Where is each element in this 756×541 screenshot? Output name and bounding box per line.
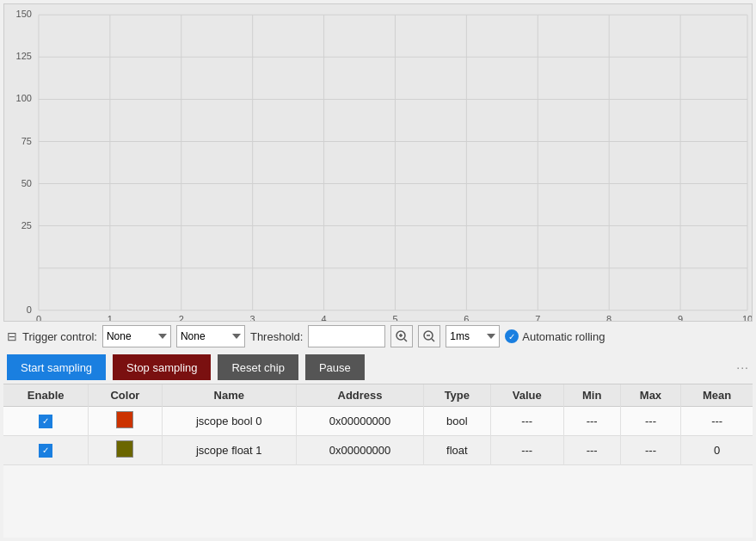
row-checkbox[interactable]: ✓ [39,444,52,458]
chart-area: 150 125 100 75 50 25 0 0 1 2 3 4 5 6 7 8… [3,3,753,322]
mean-cell: 0 [681,436,753,465]
zoom-out-button[interactable] [418,325,440,347]
mean-cell: --- [681,407,753,436]
color-cell [89,436,162,465]
svg-text:9: 9 [678,314,683,321]
svg-line-44 [432,339,434,341]
enable-cell[interactable]: ✓ [3,407,89,436]
value-cell: --- [490,436,563,465]
table-row: ✓jscope bool 00x00000000bool------------ [3,407,753,436]
name-cell: jscope float 1 [162,436,297,465]
col-mean: Mean [681,384,753,407]
svg-text:2: 2 [179,314,184,321]
signal-table: Enable Color Name Address Type Value Min… [3,384,753,465]
auto-rolling-container: ✓ Automatic rolling [505,329,605,343]
chart-svg: 150 125 100 75 50 25 0 0 1 2 3 4 5 6 7 8… [4,4,752,321]
svg-text:100: 100 [16,93,32,103]
max-cell: --- [620,407,681,436]
min-cell: --- [563,407,620,436]
pause-button[interactable]: Pause [305,354,365,380]
table-row: ✓jscope float 10x00000000float---------0 [3,436,753,465]
col-type: Type [424,384,491,407]
name-cell: jscope bool 0 [162,407,297,436]
col-value: Value [490,384,563,407]
trigger-icon: ⊟ [7,329,17,343]
zoom-in-button[interactable] [390,325,413,347]
start-sampling-button[interactable]: Start sampling [7,354,106,380]
type-cell: float [424,436,491,465]
col-address: Address [297,384,424,407]
threshold-label: Threshold: [250,330,303,343]
svg-text:4: 4 [322,314,327,321]
svg-text:50: 50 [22,177,32,188]
trigger-mode-select[interactable]: None [102,325,171,347]
address-cell: 0x00000000 [297,436,424,465]
svg-text:7: 7 [535,314,540,321]
svg-text:6: 6 [464,314,469,321]
color-cell [89,407,162,436]
col-color: Color [89,384,162,407]
row-checkbox[interactable]: ✓ [39,415,52,428]
color-swatch [116,411,133,428]
value-cell: --- [490,407,563,436]
more-options-dots[interactable]: ··· [736,360,749,374]
svg-text:5: 5 [392,314,397,321]
time-interval-select[interactable]: 1ms 5ms 10ms 50ms 100ms [446,325,500,347]
reset-chip-button[interactable]: Reset chip [218,354,298,380]
stop-sampling-button[interactable]: Stop sampling [113,354,211,380]
svg-text:150: 150 [16,9,32,19]
col-min: Min [563,384,620,407]
toolbar-trigger-row: ⊟ Trigger control: None None Threshold: [0,322,756,351]
auto-rolling-checkbox[interactable]: ✓ [505,329,519,343]
svg-line-41 [404,339,407,341]
trigger-control-label: Trigger control: [22,330,97,343]
col-enable: Enable [3,384,89,407]
svg-text:125: 125 [16,51,32,61]
svg-text:1: 1 [108,314,113,321]
svg-text:75: 75 [22,135,32,145]
min-cell: --- [563,436,620,465]
svg-rect-0 [4,4,752,321]
address-cell: 0x00000000 [297,407,424,436]
toolbar-action-row: Start sampling Stop sampling Reset chip … [0,351,756,384]
zoom-in-icon [396,330,408,342]
max-cell: --- [620,436,681,465]
enable-cell[interactable]: ✓ [3,436,89,465]
col-max: Max [620,384,681,407]
zoom-out-icon [423,330,435,342]
svg-text:0: 0 [27,304,32,315]
trigger-edge-select[interactable]: None [176,325,245,347]
signal-table-container: Enable Color Name Address Type Value Min… [3,384,753,538]
table-header-row: Enable Color Name Address Type Value Min… [3,384,753,407]
svg-text:3: 3 [250,314,255,321]
color-swatch [116,440,133,458]
type-cell: bool [424,407,491,436]
auto-rolling-label: Automatic rolling [522,330,605,343]
threshold-input[interactable] [308,325,385,347]
col-name: Name [162,384,297,407]
svg-text:25: 25 [22,220,32,231]
svg-text:10: 10 [742,314,752,321]
svg-text:8: 8 [606,314,612,321]
svg-text:0: 0 [36,314,41,321]
